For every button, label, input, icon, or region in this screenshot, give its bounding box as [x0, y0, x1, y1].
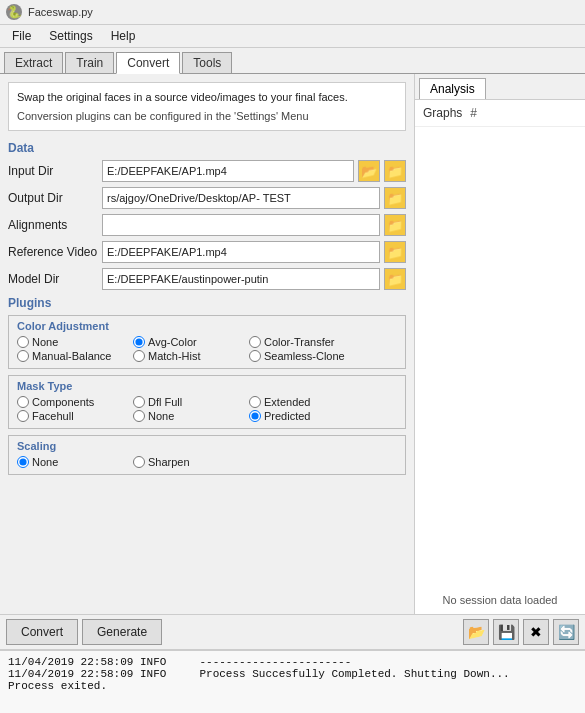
color-adj-match[interactable]: Match-Hist: [133, 350, 243, 362]
tab-tools[interactable]: Tools: [182, 52, 232, 73]
convert-button[interactable]: Convert: [6, 619, 78, 645]
analysis-tab-bar: Analysis: [415, 74, 585, 100]
mask-extended[interactable]: Extended: [249, 396, 359, 408]
input-dir-label: Input Dir: [8, 164, 98, 178]
color-adj-avg[interactable]: Avg-Color: [133, 336, 243, 348]
generate-button[interactable]: Generate: [82, 619, 162, 645]
input-dir-field[interactable]: [102, 160, 354, 182]
color-adj-none[interactable]: None: [17, 336, 127, 348]
tab-convert[interactable]: Convert: [116, 52, 180, 74]
data-section-title: Data: [8, 141, 406, 155]
alignments-field[interactable]: [102, 214, 380, 236]
main-area: Swap the original faces in a source vide…: [0, 74, 585, 614]
title-bar: 🐍 Faceswap.py: [0, 0, 585, 25]
description-line1: Swap the original faces in a source vide…: [17, 89, 397, 106]
app-icon: 🐍: [6, 4, 22, 20]
description-line2: Conversion plugins can be configured in …: [17, 108, 397, 125]
analysis-content: Graphs # No session data loaded: [415, 100, 585, 614]
menu-settings[interactable]: Settings: [41, 27, 100, 45]
tab-extract[interactable]: Extract: [4, 52, 63, 73]
scaling-title: Scaling: [17, 440, 397, 452]
color-adjustment-section: Color Adjustment None Avg-Color Color-Tr…: [8, 315, 406, 369]
reload-icon-btn[interactable]: 🔄: [553, 619, 579, 645]
alignments-folder-btn[interactable]: 📁: [384, 214, 406, 236]
color-adj-transfer[interactable]: Color-Transfer: [249, 336, 359, 348]
alignments-row: Alignments 📁: [8, 214, 406, 236]
scaling-section: Scaling None Sharpen: [8, 435, 406, 475]
scroll-area[interactable]: Swap the original faces in a source vide…: [0, 74, 414, 614]
log-area: 11/04/2019 22:58:09 INFO ---------------…: [0, 650, 585, 713]
mask-type-section: Mask Type Components Dfl Full Extended F…: [8, 375, 406, 429]
mask-predicted[interactable]: Predicted: [249, 410, 359, 422]
graphs-label: Graphs: [423, 106, 462, 120]
mask-none[interactable]: None: [133, 410, 243, 422]
reference-video-field[interactable]: [102, 241, 380, 263]
description-box: Swap the original faces in a source vide…: [8, 82, 406, 131]
no-session-text: No session data loaded: [443, 594, 558, 606]
scaling-none[interactable]: None: [17, 456, 127, 468]
scaling-group: None Sharpen: [17, 456, 397, 468]
analysis-tab[interactable]: Analysis: [419, 78, 486, 99]
mask-dfl[interactable]: Dfl Full: [133, 396, 243, 408]
mask-facehull[interactable]: Facehull: [17, 410, 127, 422]
input-dir-browse-btn[interactable]: 📂: [358, 160, 380, 182]
color-adj-seamless[interactable]: Seamless-Clone: [249, 350, 359, 362]
tab-bar: Extract Train Convert Tools: [0, 48, 585, 74]
left-panel: Swap the original faces in a source vide…: [0, 74, 415, 614]
save-icon-btn[interactable]: 💾: [493, 619, 519, 645]
color-adjustment-group: None Avg-Color Color-Transfer Manual-Bal…: [17, 336, 397, 362]
reference-video-folder-btn[interactable]: 📁: [384, 241, 406, 263]
menu-help[interactable]: Help: [103, 27, 144, 45]
model-dir-folder-btn[interactable]: 📁: [384, 268, 406, 290]
output-dir-field[interactable]: [102, 187, 380, 209]
output-dir-folder-btn[interactable]: 📁: [384, 187, 406, 209]
mask-type-title: Mask Type: [17, 380, 397, 392]
right-panel: Analysis Graphs # No session data loaded: [415, 74, 585, 614]
model-dir-label: Model Dir: [8, 272, 98, 286]
menu-file[interactable]: File: [4, 27, 39, 45]
color-adj-manual[interactable]: Manual-Balance: [17, 350, 127, 362]
reference-video-label: Reference Video: [8, 245, 98, 259]
alignments-label: Alignments: [8, 218, 98, 232]
open-folder-icon-btn[interactable]: 📂: [463, 619, 489, 645]
plugins-section-title: Plugins: [8, 296, 406, 310]
color-adjustment-title: Color Adjustment: [17, 320, 397, 332]
input-dir-row: Input Dir 📂 📁: [8, 160, 406, 182]
reference-video-row: Reference Video 📁: [8, 241, 406, 263]
input-dir-folder-btn[interactable]: 📁: [384, 160, 406, 182]
output-dir-row: Output Dir 📁: [8, 187, 406, 209]
bottom-toolbar: Convert Generate 📂 💾 ✖ 🔄: [0, 614, 585, 650]
mask-type-group: Components Dfl Full Extended Facehull No…: [17, 396, 397, 422]
output-dir-label: Output Dir: [8, 191, 98, 205]
mask-components[interactable]: Components: [17, 396, 127, 408]
reset-icon-btn[interactable]: ✖: [523, 619, 549, 645]
model-dir-field[interactable]: [102, 268, 380, 290]
title-bar-text: Faceswap.py: [28, 6, 93, 18]
graphs-hash: #: [470, 106, 477, 120]
model-dir-row: Model Dir 📁: [8, 268, 406, 290]
graphs-row: Graphs #: [415, 100, 585, 127]
scaling-sharpen[interactable]: Sharpen: [133, 456, 243, 468]
tab-train[interactable]: Train: [65, 52, 114, 73]
menu-bar: File Settings Help: [0, 25, 585, 48]
